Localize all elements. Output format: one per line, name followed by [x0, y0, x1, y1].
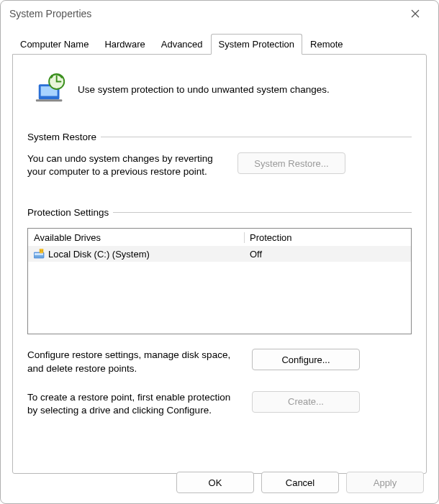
drive-protection-status: Off	[244, 247, 411, 261]
available-drives-table[interactable]: Available Drives Protection	[27, 228, 412, 334]
tab-panel-system-protection: Use system protection to undo unwanted s…	[12, 54, 427, 474]
cancel-button[interactable]: Cancel	[261, 472, 339, 493]
table-row[interactable]: Local Disk (C:) (System) Off	[28, 246, 411, 262]
tab-system-protection[interactable]: System Protection	[211, 34, 303, 55]
tab-container: Computer Name Hardware Advanced System P…	[1, 27, 438, 474]
intro-text: Use system protection to undo unwanted s…	[78, 84, 330, 95]
group-system-restore: System Restore You can undo system chang…	[27, 132, 412, 178]
legend-protection-settings: Protection Settings	[27, 207, 412, 218]
table-header: Available Drives Protection	[28, 229, 411, 246]
group-protection-settings: Protection Settings Available Drives Pro…	[27, 207, 412, 417]
tab-hardware[interactable]: Hardware	[96, 34, 153, 54]
drive-icon	[34, 249, 45, 259]
svg-rect-10	[40, 250, 41, 252]
tab-advanced[interactable]: Advanced	[153, 34, 211, 54]
legend-label: System Restore	[27, 132, 96, 142]
window-title: System Properties	[9, 8, 401, 19]
ok-button[interactable]: OK	[176, 472, 254, 493]
svg-rect-4	[36, 99, 62, 101]
close-button[interactable]	[401, 3, 430, 24]
svg-rect-8	[35, 253, 43, 255]
intro-row: Use system protection to undo unwanted s…	[35, 72, 412, 107]
tabs: Computer Name Hardware Advanced System P…	[12, 34, 427, 54]
apply-button[interactable]: Apply	[346, 472, 424, 493]
system-protection-icon	[35, 72, 68, 107]
create-button[interactable]: Create...	[252, 391, 360, 413]
legend-rule	[101, 137, 412, 137]
drive-name: Local Disk (C:) (System)	[48, 249, 150, 260]
system-restore-desc: You can undo system changes by reverting…	[27, 152, 229, 178]
create-desc: To create a restore point, first enable …	[27, 391, 243, 417]
legend-label: Protection Settings	[27, 207, 109, 218]
tab-remote[interactable]: Remote	[302, 34, 351, 54]
tab-computer-name[interactable]: Computer Name	[12, 34, 96, 54]
legend-system-restore: System Restore	[27, 132, 412, 142]
svg-rect-9	[40, 249, 43, 253]
system-restore-button[interactable]: System Restore...	[237, 152, 345, 174]
column-header-protection[interactable]: Protection	[244, 231, 411, 244]
column-header-drives[interactable]: Available Drives	[28, 231, 244, 244]
svg-rect-11	[42, 250, 42, 252]
dialog-buttons: OK Cancel Apply	[176, 472, 424, 493]
legend-rule	[113, 212, 412, 213]
close-icon	[411, 9, 420, 18]
configure-button[interactable]: Configure...	[252, 349, 360, 370]
system-properties-window: System Properties Computer Name Hardware…	[0, 0, 439, 504]
configure-desc: Configure restore settings, manage disk …	[27, 349, 243, 375]
titlebar: System Properties	[1, 1, 438, 27]
